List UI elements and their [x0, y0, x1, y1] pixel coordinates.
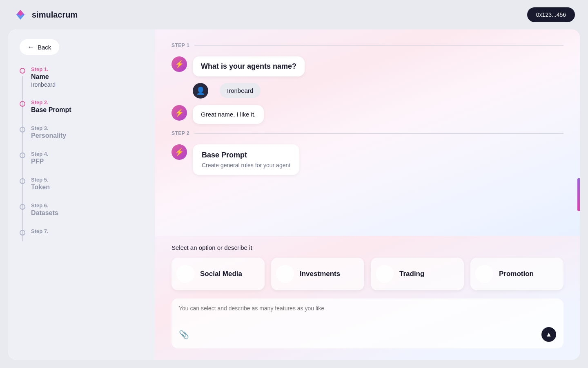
step-label-7: Step 7. — [31, 228, 49, 234]
step-content-4: Step 4. PFP — [31, 151, 49, 173]
textarea-actions: 📎 ▲ — [179, 327, 556, 342]
step-item-2: Step 2. Base Prompt — [20, 99, 144, 122]
step-item-3: Step 3. Personality — [20, 125, 144, 148]
lightning-icon-base-prompt: ⚡ — [175, 148, 184, 157]
step-name-1: Name — [31, 73, 56, 81]
chat-row-base-prompt: ⚡ Base Prompt Create general rules for y… — [172, 144, 564, 175]
option-social-media[interactable]: Social Media — [172, 258, 265, 290]
options-row: Social Media Investments Trading Promoti… — [172, 258, 564, 290]
step-content-3: Step 3. Personality — [31, 125, 66, 148]
confirm-text: Great name, I like it. — [201, 111, 256, 118]
chat-row-confirm: ⚡ Great name, I like it. — [172, 105, 564, 124]
describe-input[interactable] — [179, 305, 556, 321]
step-radio-7 — [20, 230, 25, 236]
step-value-1: Ironbeard — [31, 81, 56, 88]
bot-avatar-base-prompt: ⚡ — [172, 144, 187, 160]
step-item-5: Step 5. Token — [20, 177, 144, 199]
a1-text: Ironbeard — [220, 83, 261, 98]
step-label-1: Step 1. — [31, 66, 56, 72]
step-name-2: Base Prompt — [31, 106, 71, 114]
step-content-5: Step 5. Token — [31, 177, 50, 199]
investments-icon-circle — [276, 265, 294, 283]
investments-label: Investments — [300, 270, 340, 278]
step1-divider: STEP 1 — [172, 43, 564, 48]
trading-label: Trading — [399, 270, 424, 278]
bubble-base-prompt: Base Prompt Create general rules for you… — [193, 144, 299, 175]
wallet-button[interactable]: 0x123...456 — [527, 7, 575, 22]
send-button[interactable]: ▲ — [541, 327, 556, 342]
step-label-2: Step 2. — [31, 99, 71, 105]
step-name-5: Token — [31, 184, 50, 191]
back-label: Back — [38, 44, 51, 51]
base-prompt-sub: Create general rules for your agent — [202, 162, 290, 168]
sidebar: ← Back Step 1. Name Ironbeard Step 2. Ba… — [8, 29, 155, 360]
step-name-6: Datasets — [31, 209, 58, 217]
step-name-4: PFP — [31, 158, 49, 165]
step-label-3: Step 3. — [31, 125, 66, 131]
bot-avatar-confirm: ⚡ — [172, 105, 187, 121]
right-accent — [577, 178, 580, 211]
bubble-q1: What is your agents name? — [193, 56, 305, 76]
user-avatar-a1: 👤 — [193, 83, 208, 99]
trading-icon-circle — [376, 265, 394, 283]
social-media-label: Social Media — [200, 270, 242, 278]
back-arrow-icon: ← — [28, 43, 34, 51]
textarea-container: 📎 ▲ — [172, 298, 564, 348]
send-icon: ▲ — [546, 331, 552, 338]
option-trading[interactable]: Trading — [371, 258, 464, 290]
option-investments[interactable]: Investments — [271, 258, 364, 290]
step-label-6: Step 6. — [31, 202, 58, 209]
base-prompt-title: Base Prompt — [202, 151, 290, 159]
step-content-1: Step 1. Name Ironbeard — [31, 66, 56, 96]
step-item-1: Step 1. Name Ironbeard — [20, 66, 144, 96]
step2-divider: STEP 2 — [172, 130, 564, 136]
q1-text: What is your agents name? — [201, 62, 296, 70]
chat-row-a1: 👤 Ironbeard — [172, 83, 564, 99]
bubble-confirm: Great name, I like it. — [193, 105, 264, 124]
lightning-icon-q1: ⚡ — [175, 60, 184, 69]
select-label: Select an option or describe it — [172, 244, 564, 251]
step-radio-3 — [20, 127, 25, 132]
step-radio-4 — [20, 153, 25, 158]
content-area: STEP 1 ⚡ What is your agents name? 👤 Iro… — [155, 29, 580, 236]
attach-icon[interactable]: 📎 — [179, 330, 189, 339]
chat-row-q1: ⚡ What is your agents name? — [172, 56, 564, 76]
step1-divider-label: STEP 1 — [172, 43, 189, 48]
back-button[interactable]: ← Back — [20, 39, 59, 55]
step-item-6: Step 6. Datasets — [20, 202, 144, 225]
step2-divider-label: STEP 2 — [172, 130, 189, 136]
step-content-2: Step 2. Base Prompt — [31, 99, 71, 122]
step-radio-6 — [20, 204, 25, 210]
step-radio-1 — [20, 68, 25, 74]
user-icon: 👤 — [196, 86, 205, 95]
step-item-7: Step 7. — [20, 228, 144, 242]
social-media-icon-circle — [176, 265, 194, 283]
logo-icon — [13, 7, 28, 22]
logo-area: simulacrum — [13, 7, 78, 22]
topnav: simulacrum 0x123...456 — [0, 0, 588, 29]
promotion-label: Promotion — [499, 270, 534, 278]
bot-avatar-q1: ⚡ — [172, 56, 187, 72]
step-content-7: Step 7. — [31, 228, 49, 242]
lightning-icon-confirm: ⚡ — [175, 108, 184, 117]
logo-text: simulacrum — [32, 10, 78, 20]
promotion-icon-circle — [475, 265, 493, 283]
option-promotion[interactable]: Promotion — [470, 258, 564, 290]
step-content-6: Step 6. Datasets — [31, 202, 58, 225]
step-radio-2 — [20, 101, 25, 107]
step-label-5: Step 5. — [31, 177, 50, 183]
step-item-4: Step 4. PFP — [20, 151, 144, 173]
content-wrapper: STEP 1 ⚡ What is your agents name? 👤 Iro… — [155, 29, 580, 360]
bottom-section: Select an option or describe it Social M… — [155, 236, 580, 360]
step-name-3: Personality — [31, 132, 66, 139]
step-radio-5 — [20, 178, 25, 184]
step-label-4: Step 4. — [31, 151, 49, 157]
main-container: ← Back Step 1. Name Ironbeard Step 2. Ba… — [8, 29, 580, 360]
